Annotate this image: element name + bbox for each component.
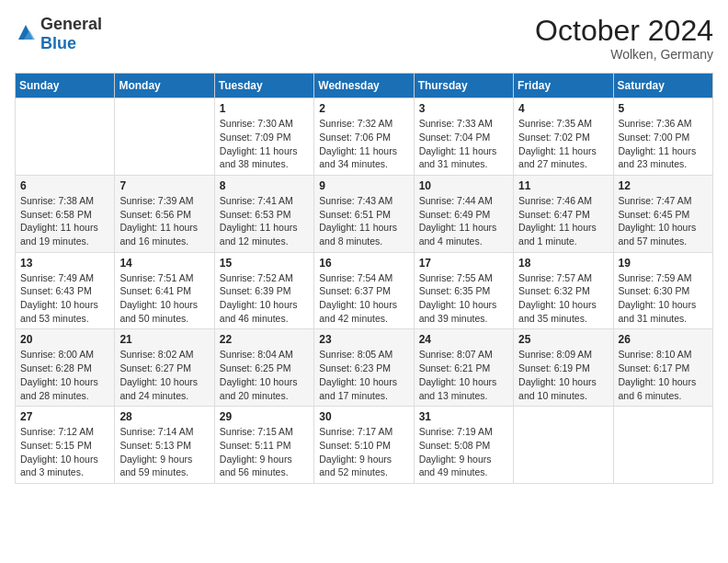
calendar-cell: 13Sunrise: 7:49 AMSunset: 6:43 PMDayligh… — [16, 252, 115, 329]
day-info: Sunrise: 7:19 AMSunset: 5:08 PMDaylight:… — [419, 425, 508, 479]
day-number: 18 — [518, 257, 608, 270]
day-info: Sunrise: 7:30 AMSunset: 7:09 PMDaylight:… — [220, 117, 309, 171]
day-number: 29 — [220, 410, 309, 423]
day-info: Sunrise: 8:09 AMSunset: 6:19 PMDaylight:… — [518, 348, 608, 402]
calendar-cell: 14Sunrise: 7:51 AMSunset: 6:41 PMDayligh… — [115, 252, 214, 329]
day-number: 19 — [619, 257, 708, 270]
weekday-header-row: SundayMondayTuesdayWednesdayThursdayFrid… — [16, 74, 713, 98]
day-number: 24 — [419, 333, 508, 346]
calendar-cell: 31Sunrise: 7:19 AMSunset: 5:08 PMDayligh… — [414, 407, 513, 484]
day-info: Sunrise: 8:07 AMSunset: 6:21 PMDaylight:… — [419, 348, 508, 402]
day-number: 15 — [220, 257, 309, 270]
weekday-header: Sunday — [16, 74, 115, 98]
calendar-week-row: 13Sunrise: 7:49 AMSunset: 6:43 PMDayligh… — [16, 252, 713, 329]
day-number: 26 — [619, 333, 708, 346]
calendar-week-row: 27Sunrise: 7:12 AMSunset: 5:15 PMDayligh… — [16, 407, 713, 484]
calendar-cell: 7Sunrise: 7:39 AMSunset: 6:56 PMDaylight… — [115, 175, 214, 252]
logo-icon — [15, 23, 37, 45]
day-info: Sunrise: 7:57 AMSunset: 6:32 PMDaylight:… — [518, 271, 608, 326]
day-number: 5 — [619, 102, 708, 115]
calendar-cell — [16, 98, 115, 176]
calendar-cell: 18Sunrise: 7:57 AMSunset: 6:32 PMDayligh… — [514, 252, 613, 329]
page-header: General Blue October 2024 Wolken, German… — [15, 15, 713, 62]
day-info: Sunrise: 7:47 AMSunset: 6:45 PMDaylight:… — [619, 194, 708, 248]
day-number: 6 — [20, 179, 109, 192]
day-number: 22 — [220, 333, 309, 346]
calendar-table: SundayMondayTuesdayWednesdayThursdayFrid… — [15, 73, 713, 484]
weekday-header: Saturday — [613, 74, 712, 98]
day-number: 9 — [319, 179, 408, 192]
day-info: Sunrise: 7:51 AMSunset: 6:41 PMDaylight:… — [119, 271, 209, 326]
calendar-cell: 26Sunrise: 8:10 AMSunset: 6:17 PMDayligh… — [613, 329, 712, 407]
day-info: Sunrise: 7:55 AMSunset: 6:35 PMDaylight:… — [419, 271, 508, 326]
day-number: 21 — [119, 333, 209, 346]
location: Wolken, Germany — [535, 47, 713, 62]
day-info: Sunrise: 7:15 AMSunset: 5:11 PMDaylight:… — [220, 425, 309, 479]
logo: General Blue — [15, 15, 102, 53]
calendar-cell: 11Sunrise: 7:46 AMSunset: 6:47 PMDayligh… — [514, 175, 613, 252]
logo-text: General Blue — [40, 15, 102, 53]
day-number: 28 — [119, 410, 209, 423]
day-number: 11 — [518, 179, 608, 192]
weekday-header: Thursday — [414, 74, 513, 98]
calendar-cell: 12Sunrise: 7:47 AMSunset: 6:45 PMDayligh… — [613, 175, 712, 252]
day-number: 27 — [20, 410, 109, 423]
calendar-cell — [514, 407, 613, 484]
day-number: 2 — [319, 102, 408, 115]
day-info: Sunrise: 8:05 AMSunset: 6:23 PMDaylight:… — [319, 348, 408, 402]
calendar-cell: 9Sunrise: 7:43 AMSunset: 6:51 PMDaylight… — [314, 175, 414, 252]
day-info: Sunrise: 7:14 AMSunset: 5:13 PMDaylight:… — [119, 425, 209, 479]
calendar-cell: 16Sunrise: 7:54 AMSunset: 6:37 PMDayligh… — [314, 252, 414, 329]
calendar-cell: 1Sunrise: 7:30 AMSunset: 7:09 PMDaylight… — [214, 98, 313, 176]
day-number: 12 — [619, 179, 708, 192]
day-info: Sunrise: 7:17 AMSunset: 5:10 PMDaylight:… — [319, 425, 408, 479]
calendar-cell: 28Sunrise: 7:14 AMSunset: 5:13 PMDayligh… — [115, 407, 214, 484]
day-info: Sunrise: 7:54 AMSunset: 6:37 PMDaylight:… — [319, 271, 408, 326]
calendar-cell: 8Sunrise: 7:41 AMSunset: 6:53 PMDaylight… — [214, 175, 313, 252]
calendar-cell — [115, 98, 214, 176]
calendar-cell: 15Sunrise: 7:52 AMSunset: 6:39 PMDayligh… — [214, 252, 313, 329]
weekday-header: Monday — [115, 74, 214, 98]
day-info: Sunrise: 7:12 AMSunset: 5:15 PMDaylight:… — [20, 425, 109, 479]
day-number: 23 — [319, 333, 408, 346]
day-info: Sunrise: 7:32 AMSunset: 7:06 PMDaylight:… — [319, 117, 408, 171]
calendar-cell: 3Sunrise: 7:33 AMSunset: 7:04 PMDaylight… — [414, 98, 513, 176]
day-info: Sunrise: 7:39 AMSunset: 6:56 PMDaylight:… — [119, 194, 209, 248]
calendar-cell: 30Sunrise: 7:17 AMSunset: 5:10 PMDayligh… — [314, 407, 414, 484]
calendar-cell: 19Sunrise: 7:59 AMSunset: 6:30 PMDayligh… — [613, 252, 712, 329]
day-info: Sunrise: 7:52 AMSunset: 6:39 PMDaylight:… — [220, 271, 309, 326]
day-number: 8 — [220, 179, 309, 192]
calendar-week-row: 20Sunrise: 8:00 AMSunset: 6:28 PMDayligh… — [16, 329, 713, 407]
calendar-cell: 25Sunrise: 8:09 AMSunset: 6:19 PMDayligh… — [514, 329, 613, 407]
day-info: Sunrise: 8:04 AMSunset: 6:25 PMDaylight:… — [220, 348, 309, 402]
calendar-cell — [613, 407, 712, 484]
calendar-cell: 21Sunrise: 8:02 AMSunset: 6:27 PMDayligh… — [115, 329, 214, 407]
day-info: Sunrise: 7:43 AMSunset: 6:51 PMDaylight:… — [319, 194, 408, 248]
day-info: Sunrise: 8:10 AMSunset: 6:17 PMDaylight:… — [619, 348, 708, 402]
day-info: Sunrise: 7:38 AMSunset: 6:58 PMDaylight:… — [20, 194, 109, 248]
calendar-cell: 29Sunrise: 7:15 AMSunset: 5:11 PMDayligh… — [214, 407, 313, 484]
calendar-cell: 6Sunrise: 7:38 AMSunset: 6:58 PMDaylight… — [16, 175, 115, 252]
weekday-header: Wednesday — [314, 74, 414, 98]
calendar-cell: 22Sunrise: 8:04 AMSunset: 6:25 PMDayligh… — [214, 329, 313, 407]
day-info: Sunrise: 8:02 AMSunset: 6:27 PMDaylight:… — [119, 348, 209, 402]
calendar-cell: 27Sunrise: 7:12 AMSunset: 5:15 PMDayligh… — [16, 407, 115, 484]
day-info: Sunrise: 7:35 AMSunset: 7:02 PMDaylight:… — [518, 117, 608, 171]
day-info: Sunrise: 7:33 AMSunset: 7:04 PMDaylight:… — [419, 117, 508, 171]
day-number: 3 — [419, 102, 508, 115]
day-info: Sunrise: 7:41 AMSunset: 6:53 PMDaylight:… — [220, 194, 309, 248]
day-info: Sunrise: 7:46 AMSunset: 6:47 PMDaylight:… — [518, 194, 608, 248]
calendar-cell: 4Sunrise: 7:35 AMSunset: 7:02 PMDaylight… — [514, 98, 613, 176]
day-number: 16 — [319, 257, 408, 270]
day-number: 25 — [518, 333, 608, 346]
day-info: Sunrise: 7:36 AMSunset: 7:00 PMDaylight:… — [619, 117, 708, 171]
day-info: Sunrise: 7:44 AMSunset: 6:49 PMDaylight:… — [419, 194, 508, 248]
month-title: October 2024 — [535, 15, 713, 47]
day-number: 13 — [20, 257, 109, 270]
day-info: Sunrise: 7:49 AMSunset: 6:43 PMDaylight:… — [20, 271, 109, 326]
title-block: October 2024 Wolken, Germany — [535, 15, 713, 62]
calendar-cell: 5Sunrise: 7:36 AMSunset: 7:00 PMDaylight… — [613, 98, 712, 176]
day-number: 10 — [419, 179, 508, 192]
calendar-cell: 10Sunrise: 7:44 AMSunset: 6:49 PMDayligh… — [414, 175, 513, 252]
calendar-cell: 24Sunrise: 8:07 AMSunset: 6:21 PMDayligh… — [414, 329, 513, 407]
